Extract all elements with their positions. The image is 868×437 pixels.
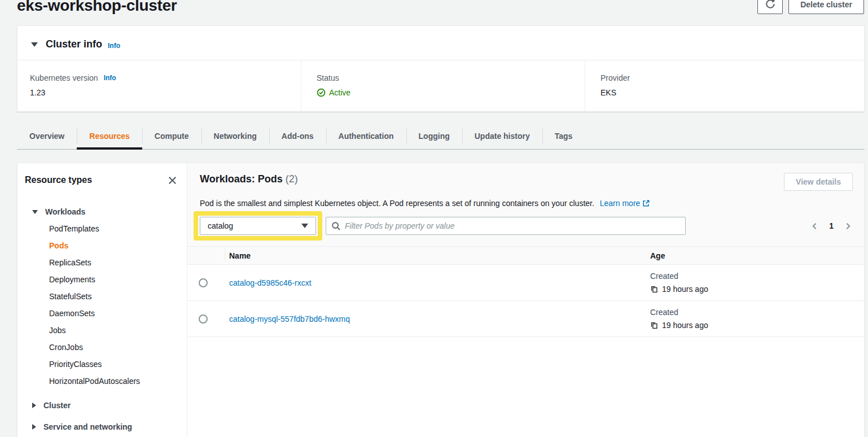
external-link-icon xyxy=(642,199,650,209)
search-icon xyxy=(331,221,341,231)
status-label: Status xyxy=(317,73,573,83)
page-header: eks-workshop-cluster Delete cluster xyxy=(0,0,868,25)
sidebar-item-statefulsets[interactable]: StatefulSets xyxy=(49,288,179,305)
filter-pods-input[interactable] xyxy=(345,221,680,230)
sidebar-item-cronjobs[interactable]: CronJobs xyxy=(49,339,179,356)
sidebar-group-service-networking[interactable]: Service and networking xyxy=(32,422,179,431)
cluster-info-info-link[interactable]: Info xyxy=(108,42,120,50)
age-cell: Created 19 hours ago xyxy=(648,307,864,330)
pod-name-link[interactable]: catalog-d5985c46-rxcxt xyxy=(229,278,312,287)
table-empty-area xyxy=(187,337,864,437)
cluster-tabs: Overview Resources Compute Networking Ad… xyxy=(17,123,865,150)
pods-description: Pod is the smallest and simplest Kuberne… xyxy=(200,198,853,209)
tab-logging[interactable]: Logging xyxy=(406,123,462,149)
refresh-button[interactable] xyxy=(757,0,783,14)
column-header-name: Name xyxy=(225,251,648,260)
provider-value: EKS xyxy=(600,88,853,98)
provider-label: Provider xyxy=(600,73,853,83)
cluster-info-title: Cluster info xyxy=(46,38,102,50)
header-actions: Delete cluster xyxy=(757,0,864,14)
tab-authentication[interactable]: Authentication xyxy=(326,123,406,149)
status-field: Status Active xyxy=(301,60,585,111)
next-page-icon[interactable] xyxy=(843,221,853,231)
provider-field: Provider EKS xyxy=(585,60,864,111)
resource-types-title: Resource types xyxy=(25,175,92,185)
sidebar-item-daemonsets[interactable]: DaemonSets xyxy=(49,305,179,322)
resources-panel: Resource types Workloads PodTemplates Po… xyxy=(17,163,865,437)
cluster-info-body: Kubernetes version Info 1.23 Status Acti… xyxy=(17,60,864,111)
status-active-icon xyxy=(317,88,326,97)
pods-table-header: Name Age xyxy=(187,246,864,265)
kubernetes-version-label: Kubernetes version Info xyxy=(30,73,290,83)
kubernetes-version-info-link[interactable]: Info xyxy=(104,73,116,83)
tab-update-history[interactable]: Update history xyxy=(462,123,542,149)
delete-cluster-label: Delete cluster xyxy=(800,0,852,9)
sidebar-item-horizontalpodautoscalers[interactable]: HorizontalPodAutoscalers xyxy=(49,373,179,390)
refresh-icon xyxy=(765,0,775,11)
pods-panel-header: Workloads: Pods (2) View details Pod is … xyxy=(187,163,864,246)
filter-dropdown[interactable]: catalog xyxy=(200,217,316,235)
tab-compute[interactable]: Compute xyxy=(142,123,201,149)
table-row: catalog-mysql-557fdb7bd6-hwxmq Created 1… xyxy=(187,301,864,337)
copy-icon[interactable] xyxy=(650,321,658,329)
close-icon[interactable] xyxy=(165,173,179,187)
resource-types-sidebar: Resource types Workloads PodTemplates Po… xyxy=(17,163,187,437)
delete-cluster-button[interactable]: Delete cluster xyxy=(788,0,864,14)
sidebar-group-workloads[interactable]: Workloads xyxy=(32,207,179,216)
tab-overview[interactable]: Overview xyxy=(17,123,77,149)
chevron-down-icon xyxy=(32,210,38,214)
caret-down-icon xyxy=(301,224,308,228)
kubernetes-version-value: 1.23 xyxy=(30,88,290,98)
filter-dropdown-value: catalog xyxy=(208,221,233,230)
learn-more-link[interactable]: Learn more xyxy=(600,199,641,208)
sidebar-group-cluster[interactable]: Cluster xyxy=(32,401,179,410)
pods-title: Workloads: Pods (2) xyxy=(200,173,298,185)
row-radio-button[interactable] xyxy=(199,278,208,287)
copy-icon[interactable] xyxy=(650,285,658,293)
pods-panel: Workloads: Pods (2) View details Pod is … xyxy=(187,163,864,437)
page-title: eks-workshop-cluster xyxy=(17,0,177,15)
sidebar-item-podtemplates[interactable]: PodTemplates xyxy=(49,220,179,237)
cluster-info-header[interactable]: Cluster info Info xyxy=(17,26,864,60)
previous-page-icon[interactable] xyxy=(810,221,819,231)
workloads-item-list: PodTemplates Pods ReplicaSets Deployment… xyxy=(49,220,179,390)
filter-row: catalog 1 xyxy=(200,217,853,235)
sidebar-item-jobs[interactable]: Jobs xyxy=(49,322,179,339)
table-row: catalog-d5985c46-rxcxt Created 19 hours … xyxy=(187,265,864,301)
sidebar-header: Resource types xyxy=(24,173,179,187)
chevron-right-icon xyxy=(32,403,36,408)
column-header-age: Age xyxy=(648,251,864,260)
pod-name-link[interactable]: catalog-mysql-557fdb7bd6-hwxmq xyxy=(229,314,350,324)
sidebar-item-replicasets[interactable]: ReplicaSets xyxy=(49,254,179,271)
tab-add-ons[interactable]: Add-ons xyxy=(269,123,326,149)
search-box xyxy=(326,217,686,235)
sidebar-item-pods[interactable]: Pods xyxy=(49,237,179,254)
page-number[interactable]: 1 xyxy=(829,221,834,230)
cluster-info-card: Cluster info Info Kubernetes version Inf… xyxy=(17,25,865,112)
pods-count: (2) xyxy=(286,173,298,185)
age-cell: Created 19 hours ago xyxy=(648,271,864,294)
row-radio-button[interactable] xyxy=(199,314,208,324)
tab-resources[interactable]: Resources xyxy=(77,123,142,149)
chevron-right-icon xyxy=(32,424,36,430)
tab-networking[interactable]: Networking xyxy=(201,123,269,149)
kubernetes-version-field: Kubernetes version Info 1.23 xyxy=(17,60,301,111)
pagination: 1 xyxy=(810,217,853,235)
status-value: Active xyxy=(317,88,573,98)
sidebar-item-priorityclasses[interactable]: PriorityClasses xyxy=(49,356,179,373)
collapse-caret-icon xyxy=(31,42,38,47)
view-details-button[interactable]: View details xyxy=(784,173,853,191)
tab-tags[interactable]: Tags xyxy=(542,123,585,149)
sidebar-item-deployments[interactable]: Deployments xyxy=(49,271,179,288)
